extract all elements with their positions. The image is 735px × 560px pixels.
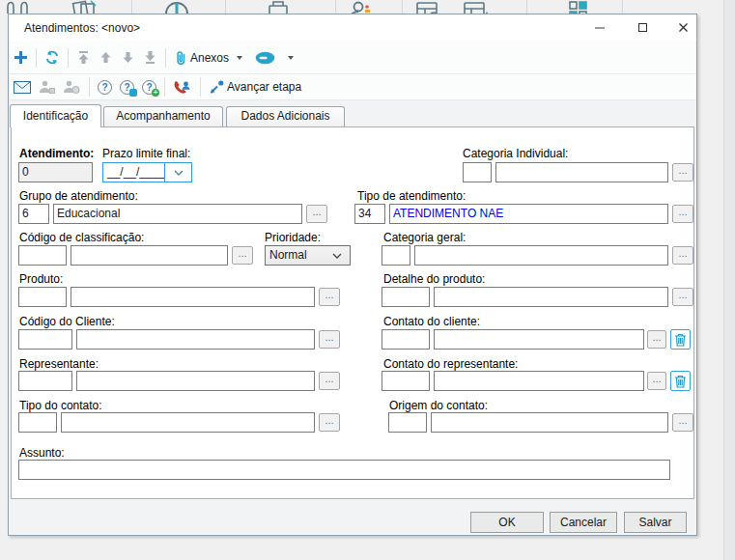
background-panel-edge [723, 0, 735, 560]
origem-contato-code-field[interactable] [388, 412, 427, 433]
ellipse-tool-dropdown[interactable] [280, 46, 301, 70]
tab-label: Dados Adicionais [240, 109, 329, 123]
categoria-individual-code-field[interactable] [463, 162, 492, 182]
chevron-down-icon [332, 253, 342, 259]
background-toolbar-icon [562, 0, 595, 14]
produto-label: Produto: [19, 272, 63, 286]
codigo-cliente-name-field[interactable] [76, 329, 315, 350]
down-arrow-icon [121, 50, 135, 65]
codigo-classificacao-name-field[interactable] [71, 245, 228, 266]
nav-last-button[interactable] [140, 46, 160, 70]
person-question-icon [63, 80, 81, 94]
add-record-button[interactable] [11, 46, 31, 70]
question-bubble-icon: ? [120, 80, 134, 95]
first-record-icon [76, 50, 91, 65]
categoria-individual-browse-button[interactable]: ... [672, 163, 693, 182]
contato-representante-name-field[interactable] [434, 371, 644, 391]
codigo-cliente-code-field[interactable] [18, 329, 72, 350]
background-toolbar-icon [2, 0, 35, 14]
call-contact-button[interactable] [170, 75, 195, 98]
codigo-classificacao-code-field[interactable] [18, 245, 67, 266]
maximize-button[interactable] [627, 14, 658, 41]
tab-acompanhamento[interactable]: Acompanhamento [103, 106, 223, 126]
prioridade-select[interactable]: Normal [265, 245, 351, 266]
atendimento-label: Atendimento: [19, 147, 94, 160]
representante-name-field[interactable] [76, 371, 315, 391]
avancar-etapa-button[interactable]: Avançar etapa [206, 75, 307, 98]
tipo-atendimento-browse-button[interactable]: ... [672, 205, 693, 223]
close-button[interactable] [667, 14, 698, 41]
representante-browse-button[interactable]: ... [319, 372, 340, 390]
representante-code-field[interactable] [18, 371, 72, 391]
question-plus-icon: ?+ [142, 80, 156, 95]
codigo-classificacao-browse-button[interactable]: ... [232, 246, 253, 265]
contato-representante-browse-button[interactable]: ... [647, 372, 666, 390]
cancelar-button[interactable]: Cancelar [550, 512, 617, 533]
detalhe-produto-name-field[interactable] [434, 287, 668, 307]
anexos-label: Anexos [190, 51, 229, 65]
tipo-contato-browse-button[interactable]: ... [319, 413, 340, 432]
nav-next-button[interactable] [118, 46, 138, 70]
help-button[interactable]: ? [95, 75, 115, 98]
tipo-contato-name-field[interactable] [61, 412, 315, 433]
categoria-geral-name-field[interactable] [414, 245, 668, 266]
prazo-limite-date-combo[interactable]: __/__/____ [102, 162, 192, 182]
contato-representante-clear-button[interactable] [670, 371, 691, 391]
help-add-button[interactable]: ?+ [139, 75, 159, 98]
contato-representante-code-field[interactable] [382, 371, 430, 391]
grupo-atendimento-browse-button[interactable]: ... [306, 205, 327, 223]
origem-contato-name-field[interactable] [431, 412, 668, 433]
prioridade-dropdown-button[interactable] [324, 246, 350, 265]
nav-first-button[interactable] [73, 46, 94, 70]
prioridade-label: Prioridade: [265, 231, 321, 244]
produto-name-field[interactable] [71, 287, 315, 307]
tipo-atendimento-name-field[interactable]: ATENDIMENTO NAE [389, 204, 668, 224]
ok-button[interactable]: OK [470, 512, 544, 533]
tab-dados-adicionais[interactable]: Dados Adicionais [226, 106, 345, 126]
assunto-label: Assunto: [19, 446, 65, 460]
date-mask-value[interactable]: __/__/____ [103, 163, 164, 182]
dialog-titlebar[interactable]: Atendimentos: <novo> [9, 14, 696, 42]
contato-cliente-name-field[interactable] [434, 329, 644, 350]
nav-previous-button[interactable] [96, 46, 116, 70]
produto-code-field[interactable] [18, 287, 67, 307]
desktop-background: Atendimentos: <novo> [0, 0, 735, 560]
anexos-button[interactable]: Anexos [171, 46, 250, 70]
contact-button-disabled[interactable] [36, 75, 58, 98]
chevron-down-icon [288, 56, 294, 60]
contato-cliente-clear-button[interactable] [670, 329, 691, 350]
ellipse-tool-button[interactable] [252, 46, 278, 70]
contato-cliente-code-field[interactable] [382, 329, 430, 350]
minimize-icon [595, 27, 605, 29]
background-toolbar-icon [344, 0, 379, 14]
help-chat-button[interactable]: ? [117, 75, 137, 98]
assunto-field[interactable] [18, 460, 670, 480]
detalhe-produto-code-field[interactable] [382, 287, 430, 307]
tipo-contato-code-field[interactable] [18, 412, 57, 433]
categoria-individual-name-field[interactable] [495, 162, 668, 182]
tipo-atendimento-code-field[interactable]: 34 [354, 204, 385, 224]
toolbar-separator [526, 0, 527, 14]
detalhe-produto-browse-button[interactable]: ... [672, 288, 693, 306]
date-dropdown-button[interactable] [164, 163, 191, 182]
categoria-geral-browse-button[interactable]: ... [672, 246, 693, 265]
paperclip-icon [174, 50, 187, 66]
background-toolbar-icon [68, 0, 102, 14]
toolbar-separator [68, 48, 69, 68]
origem-contato-browse-button[interactable]: ... [672, 413, 693, 432]
plus-icon [14, 50, 28, 65]
codigo-cliente-browse-button[interactable]: ... [319, 330, 340, 349]
produto-browse-button[interactable]: ... [319, 288, 340, 306]
toolbar-separator [335, 0, 336, 14]
tab-identificacao[interactable]: Identificação [10, 104, 101, 127]
grupo-atendimento-code-field[interactable]: 6 [18, 204, 49, 224]
send-email-button[interactable] [11, 75, 34, 98]
contato-cliente-browse-button[interactable]: ... [647, 330, 666, 349]
salvar-button[interactable]: Salvar [624, 512, 687, 533]
refresh-button[interactable] [42, 46, 63, 70]
categoria-geral-code-field[interactable] [382, 245, 410, 266]
atendimentos-dialog: Atendimentos: <novo> [8, 14, 697, 536]
grupo-atendimento-name-field[interactable]: Educacional [53, 204, 302, 224]
minimize-button[interactable] [584, 14, 615, 41]
contact-help-button-disabled[interactable] [60, 75, 84, 98]
